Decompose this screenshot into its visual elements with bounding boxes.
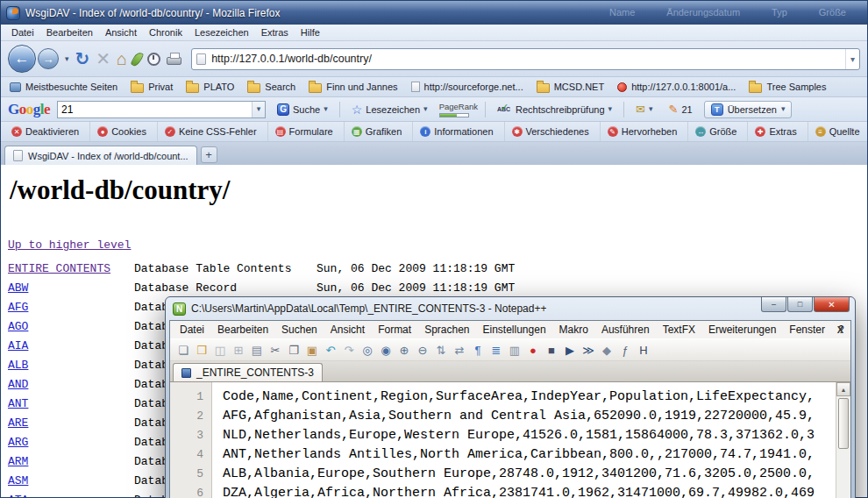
webdev-menu-item[interactable]: ▦ Grafiken bbox=[345, 122, 414, 141]
webdev-menu-item[interactable]: ✚ Extras bbox=[748, 122, 808, 141]
menu-item[interactable]: Hilfe bbox=[295, 26, 325, 39]
webdev-menu-item[interactable]: ✓ Keine CSS-Fehler bbox=[158, 122, 268, 141]
webdev-menu-item[interactable]: ✱ Verschiedenes bbox=[505, 122, 601, 141]
urlbar-dropdown-icon[interactable]: ▾ bbox=[845, 49, 859, 69]
menu-item[interactable]: Einstellungen bbox=[477, 323, 552, 337]
scroll-up-icon[interactable]: ▲ bbox=[836, 382, 850, 396]
listing-link[interactable]: ARM bbox=[8, 452, 134, 472]
zoom-out-icon[interactable]: ⊖ bbox=[415, 342, 430, 358]
home-button[interactable]: ⌂ bbox=[117, 50, 127, 68]
reload-button[interactable]: ↻ bbox=[75, 50, 90, 68]
listing-link[interactable]: ALB bbox=[8, 356, 134, 375]
listing-link[interactable]: ARG bbox=[8, 433, 134, 452]
print-icon[interactable]: ▤ bbox=[249, 342, 265, 358]
find-icon[interactable]: ◎ bbox=[359, 342, 375, 358]
close-button[interactable]: ✕ bbox=[814, 297, 850, 312]
save-macro-icon[interactable]: ◆ bbox=[599, 342, 615, 358]
minimize-button[interactable]: – bbox=[761, 297, 786, 312]
listing-link[interactable]: AGO bbox=[8, 317, 134, 337]
google-bookmarks-button[interactable]: ☆ Lesezeichen ▾ bbox=[347, 102, 432, 117]
menu-item[interactable]: Chronik bbox=[144, 26, 188, 39]
bookmark-item[interactable]: Tree Samples bbox=[749, 82, 826, 93]
save-icon[interactable]: ◫ bbox=[212, 342, 228, 358]
listing-link[interactable]: AIA bbox=[8, 337, 134, 356]
notepadpp-titlebar[interactable]: N C:\Users\Martin\AppData\Local\Temp\_EN… bbox=[169, 297, 851, 320]
editor-area[interactable]: 123456 Code,Name,Continent,Region,Surfac… bbox=[170, 382, 850, 498]
feather-addon-icon[interactable] bbox=[131, 50, 145, 67]
webdev-menu-item[interactable]: i Informationen bbox=[413, 122, 504, 141]
up-to-higher-level-link[interactable]: Up to higher level bbox=[8, 238, 131, 252]
bookmark-item[interactable]: http://sourceforge.net... bbox=[411, 82, 523, 92]
menu-item[interactable]: Bearbeiten bbox=[211, 323, 274, 337]
history-dropdown-icon[interactable]: ▾ bbox=[65, 55, 69, 63]
doc-map-icon[interactable]: ▥ bbox=[507, 342, 523, 358]
highlight-button[interactable]: ✎ 21 bbox=[664, 102, 696, 117]
bookmark-item[interactable]: MCSD.NET bbox=[537, 82, 604, 93]
sync-scroll-h-icon[interactable]: ⇄ bbox=[452, 342, 467, 358]
word-wrap-icon[interactable]: ¶ bbox=[470, 342, 486, 358]
google-search-box[interactable]: ▾ bbox=[57, 101, 266, 118]
firefox-titlebar[interactable]: WsgiDAV - Index of /world-db/country/ - … bbox=[1, 1, 867, 25]
tab-wsgidav[interactable]: WsgiDAV - Index of /world-db/count... bbox=[4, 146, 197, 165]
listing-link[interactable]: ABW bbox=[8, 279, 134, 298]
listing-link[interactable]: ANT bbox=[8, 395, 134, 414]
replace-icon[interactable]: ◉ bbox=[378, 342, 394, 358]
new-file-icon[interactable]: ❏ bbox=[175, 342, 191, 358]
scrollbar-thumb[interactable] bbox=[838, 398, 849, 449]
listing-link[interactable]: AFG bbox=[8, 298, 134, 317]
forward-button[interactable]: → bbox=[38, 48, 59, 69]
webdev-menu-item[interactable]: ● Cookies bbox=[90, 122, 158, 141]
listing-link[interactable]: ENTIRE CONTENTS bbox=[8, 260, 134, 279]
url-input[interactable] bbox=[211, 53, 840, 65]
menu-item[interactable]: Ausführen bbox=[595, 323, 656, 337]
send-to-button[interactable]: ✉ ▾ bbox=[631, 102, 657, 117]
sync-scroll-v-icon[interactable]: ⇅ bbox=[433, 342, 449, 358]
menu-item[interactable]: Lesezeichen bbox=[189, 26, 254, 39]
bookmark-item[interactable]: Search bbox=[247, 82, 295, 93]
vertical-scrollbar[interactable]: ▲ bbox=[836, 382, 850, 498]
stop-button[interactable]: ✕ bbox=[96, 50, 110, 68]
cut-icon[interactable]: ✂ bbox=[267, 342, 283, 358]
copy-icon[interactable]: ❐ bbox=[286, 342, 302, 358]
listing-link[interactable]: ARE bbox=[8, 414, 134, 433]
clock-addon-icon[interactable] bbox=[147, 53, 160, 66]
webdev-menu-item[interactable]: ≡ Quellte bbox=[808, 122, 868, 141]
menu-item[interactable]: Makro bbox=[553, 323, 594, 337]
new-tab-button[interactable]: + bbox=[201, 146, 217, 163]
pagerank-widget[interactable]: PageRank bbox=[439, 102, 478, 117]
listing-link[interactable]: ASM bbox=[8, 472, 134, 491]
maximize-button[interactable]: □ bbox=[787, 297, 813, 312]
run-macro-multiple-icon[interactable]: ≫ bbox=[580, 342, 596, 358]
menu-item[interactable]: Ansicht bbox=[100, 26, 142, 39]
stop-record-icon[interactable]: ■ bbox=[544, 342, 559, 358]
google-search-input[interactable] bbox=[58, 103, 252, 116]
webdev-menu-item[interactable]: ✕ Deaktivieren bbox=[4, 122, 90, 141]
menu-item[interactable]: Format bbox=[372, 323, 417, 337]
webdev-menu-item[interactable]: ✎ Hervorheben bbox=[601, 122, 689, 141]
play-macro-icon[interactable]: ▶ bbox=[562, 342, 578, 358]
webdev-menu-item[interactable]: ↔ Größe bbox=[688, 122, 748, 141]
document-tab[interactable]: _ENTIRE_CONTENTS-3 bbox=[173, 363, 323, 381]
open-folder-icon[interactable]: ❒ bbox=[194, 342, 210, 358]
bookmark-item[interactable]: Meistbesuchte Seiten bbox=[10, 82, 117, 92]
menu-item[interactable]: Datei bbox=[174, 323, 210, 337]
bookmark-item[interactable]: PLATO bbox=[186, 82, 234, 93]
zoom-in-icon[interactable]: ⊕ bbox=[396, 342, 412, 358]
code-area[interactable]: Code,Name,Continent,Region,SurfaceArea,I… bbox=[212, 382, 836, 498]
listing-link[interactable]: AND bbox=[8, 375, 134, 395]
bookmark-item[interactable]: Finn und Jannes bbox=[309, 82, 397, 93]
bookmark-item[interactable]: Privat bbox=[131, 82, 173, 93]
record-macro-icon[interactable]: ● bbox=[525, 342, 541, 358]
change-history-icon[interactable]: H bbox=[636, 342, 651, 358]
print-button[interactable] bbox=[167, 57, 181, 65]
menu-item[interactable]: Ansicht bbox=[324, 323, 371, 337]
bookmark-item[interactable]: http://127.0.0.1:8001/a... bbox=[617, 82, 736, 92]
search-history-dropdown-icon[interactable]: ▾ bbox=[252, 102, 265, 117]
function-completion-icon[interactable]: ƒ bbox=[617, 342, 633, 358]
menu-item[interactable]: Suchen bbox=[275, 323, 324, 337]
menu-item[interactable]: TextFX bbox=[657, 323, 701, 337]
indent-guide-icon[interactable]: ≣ bbox=[488, 342, 504, 358]
location-bar[interactable]: ▾ bbox=[191, 48, 860, 70]
listing-link[interactable]: ATA bbox=[8, 491, 134, 497]
save-all-icon[interactable]: ⊞ bbox=[231, 342, 246, 358]
